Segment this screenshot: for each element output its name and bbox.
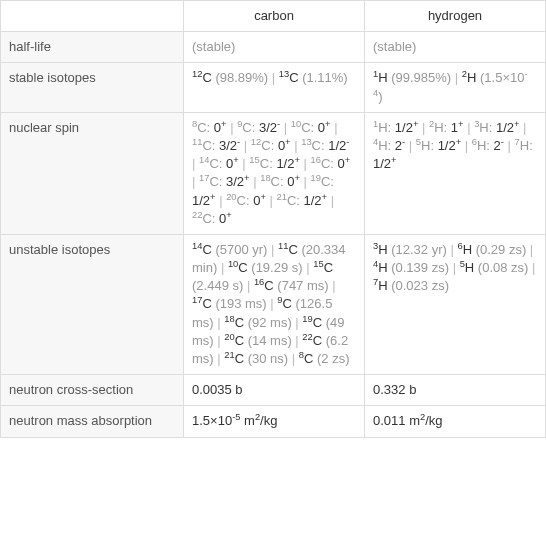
cell-half-life-carbon: (stable) xyxy=(184,32,365,63)
row-label: half-life xyxy=(1,32,184,63)
row-half-life: half-life (stable) (stable) xyxy=(1,32,546,63)
cell-stable-isotopes-carbon: 12C (98.89%) | 13C (1.11%) xyxy=(184,63,365,112)
row-label: nuclear spin xyxy=(1,112,184,234)
row-label: unstable isotopes xyxy=(1,234,184,374)
row-label: neutron mass absorption xyxy=(1,406,184,437)
cell-neutron-mass-abs-hydrogen: 0.011 m2/kg xyxy=(365,406,546,437)
cell-stable-isotopes-hydrogen: 1H (99.985%) | 2H (1.5×10-4) xyxy=(365,63,546,112)
cell-half-life-hydrogen: (stable) xyxy=(365,32,546,63)
properties-table: carbon hydrogen half-life (stable) (stab… xyxy=(0,0,546,438)
header-row: carbon hydrogen xyxy=(1,1,546,32)
cell-neutron-cs-carbon: 0.0035 b xyxy=(184,375,365,406)
header-carbon: carbon xyxy=(184,1,365,32)
row-stable-isotopes: stable isotopes 12C (98.89%) | 13C (1.11… xyxy=(1,63,546,112)
header-hydrogen: hydrogen xyxy=(365,1,546,32)
cell-unstable-isotopes-hydrogen: 3H (12.32 yr) | 6H (0.29 zs) | 4H (0.139… xyxy=(365,234,546,374)
cell-nuclear-spin-carbon: 8C: 0+ | 9C: 3/2- | 10C: 0+ | 11C: 3/2- … xyxy=(184,112,365,234)
cell-nuclear-spin-hydrogen: 1H: 1/2+ | 2H: 1+ | 3H: 1/2+ | 4H: 2- | … xyxy=(365,112,546,234)
row-unstable-isotopes: unstable isotopes 14C (5700 yr) | 11C (2… xyxy=(1,234,546,374)
header-blank xyxy=(1,1,184,32)
row-label: neutron cross-section xyxy=(1,375,184,406)
row-neutron-cross-section: neutron cross-section 0.0035 b 0.332 b xyxy=(1,375,546,406)
cell-neutron-cs-hydrogen: 0.332 b xyxy=(365,375,546,406)
row-nuclear-spin: nuclear spin 8C: 0+ | 9C: 3/2- | 10C: 0+… xyxy=(1,112,546,234)
cell-neutron-mass-abs-carbon: 1.5×10-5 m2/kg xyxy=(184,406,365,437)
row-label: stable isotopes xyxy=(1,63,184,112)
row-neutron-mass-absorption: neutron mass absorption 1.5×10-5 m2/kg 0… xyxy=(1,406,546,437)
cell-unstable-isotopes-carbon: 14C (5700 yr) | 11C (20.334 min) | 10C (… xyxy=(184,234,365,374)
